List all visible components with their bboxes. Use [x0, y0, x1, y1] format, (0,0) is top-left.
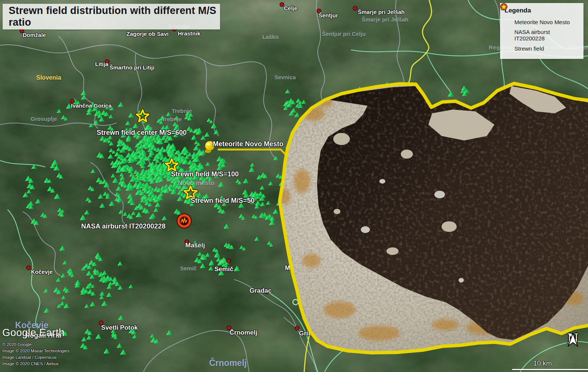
- google-earth-logo: Google Earth: [2, 327, 65, 339]
- scale-label: 10 km: [533, 360, 588, 367]
- copyright-line: Image Landsat / Copernicus: [2, 355, 57, 360]
- legend-item: Meteorite Novo Mesto: [505, 18, 580, 26]
- scale-line: [512, 369, 588, 370]
- copyright-line: Image © 2020 Maxar Technologies: [2, 349, 69, 353]
- pushpin-icon: [505, 18, 514, 26]
- map-canvas[interactable]: DomžaleDomžaleZagorje ob SaviTrbovljeHra…: [0, 0, 588, 372]
- page-title: Strewn field distribution with different…: [9, 5, 220, 28]
- legend-item-label: NASA airburst IT20200228: [514, 29, 580, 42]
- north-arrow-icon: [562, 332, 583, 347]
- legend-item-label: Strewn field: [514, 45, 544, 52]
- north-indicator: N: [562, 332, 583, 344]
- copyright-line: © 2020 Google: [2, 342, 32, 347]
- legend-item: Strewn field: [505, 44, 580, 52]
- scale-bar: 10 km: [512, 360, 588, 370]
- star-icon: [505, 44, 514, 52]
- airburst-icon: [505, 31, 514, 39]
- legend-item: NASA airburst IT20200228: [505, 29, 580, 42]
- copyright-line: Image © 2020 CNES / Airbus: [2, 361, 58, 366]
- legend-item-label: Meteorite Novo Mesto: [514, 19, 570, 25]
- title-box: Strewn field distribution with different…: [3, 4, 220, 29]
- legend-title: Legenda: [505, 7, 580, 14]
- legend: Legenda Meteorite Novo MestoNASA airburs…: [500, 3, 583, 59]
